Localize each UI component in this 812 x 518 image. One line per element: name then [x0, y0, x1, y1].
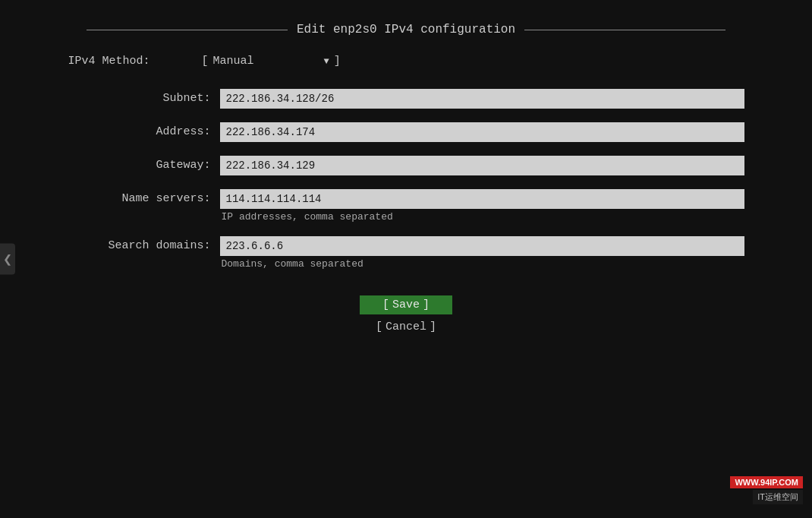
title-container: Edit enp2s0 IPv4 configuration [87, 23, 725, 36]
cancel-button[interactable]: [ Cancel ] [353, 317, 459, 336]
save-bracket-open: [ [382, 298, 389, 311]
save-bracket-close: ] [423, 298, 430, 311]
subnet-label: Subnet: [68, 89, 220, 105]
method-row: IPv4 Method: [ Manual ▼ ] [68, 55, 744, 68]
searchdomains-input-container: Domains, comma separated [220, 236, 744, 270]
gateway-row: Gateway: [68, 156, 744, 175]
address-label: Address: [68, 122, 220, 138]
nameservers-hint: IP addresses, comma separated [220, 211, 744, 223]
title-line-right [524, 30, 725, 30]
method-bracket-close: ] [334, 55, 341, 68]
gateway-label: Gateway: [68, 156, 220, 172]
method-bracket-open: [ [202, 55, 209, 68]
subnet-row: Subnet: [68, 89, 744, 109]
buttons-container: [ Save ] [ Cancel ] [353, 295, 459, 336]
watermark: WWW.94IP.COM IT运维空间 [730, 476, 803, 504]
save-button[interactable]: [ Save ] [360, 295, 452, 314]
screen: ❮ Edit enp2s0 IPv4 configuration IPv4 Me… [0, 0, 812, 518]
cancel-bracket-close: ] [430, 321, 436, 333]
subnet-input[interactable] [220, 89, 744, 109]
cancel-bracket-open: [ [376, 321, 382, 333]
page-title: Edit enp2s0 IPv4 configuration [288, 23, 524, 36]
watermark-url: WWW.94IP.COM [730, 476, 803, 488]
side-arrow-icon: ❮ [3, 251, 12, 269]
method-value: Manual [213, 55, 319, 68]
method-dropdown[interactable]: [ Manual ▼ ] [202, 55, 341, 68]
watermark-text: IT运维空间 [753, 490, 803, 504]
searchdomains-hint: Domains, comma separated [220, 258, 744, 270]
nameservers-input-container: IP addresses, comma separated [220, 189, 744, 223]
nameservers-row: Name servers: IP addresses, comma separa… [68, 189, 744, 223]
save-label: Save [392, 298, 420, 311]
side-arrow[interactable]: ❮ [0, 244, 15, 275]
form-container: IPv4 Method: [ Manual ▼ ] Subnet: Addres… [68, 55, 744, 283]
dropdown-arrow-icon: ▼ [324, 56, 329, 67]
gateway-input[interactable] [220, 156, 744, 175]
title-line-left [87, 30, 288, 30]
gateway-input-container [220, 156, 744, 175]
searchdomains-row: Search domains: Domains, comma separated [68, 236, 744, 270]
address-row: Address: [68, 122, 744, 142]
cancel-label: Cancel [386, 321, 426, 333]
subnet-input-container [220, 89, 744, 109]
nameservers-input[interactable] [220, 189, 744, 209]
method-label: IPv4 Method: [68, 55, 190, 68]
address-input[interactable] [220, 122, 744, 142]
searchdomains-label: Search domains: [68, 236, 220, 252]
address-input-container [220, 122, 744, 142]
nameservers-label: Name servers: [68, 189, 220, 205]
searchdomains-input[interactable] [220, 236, 744, 256]
